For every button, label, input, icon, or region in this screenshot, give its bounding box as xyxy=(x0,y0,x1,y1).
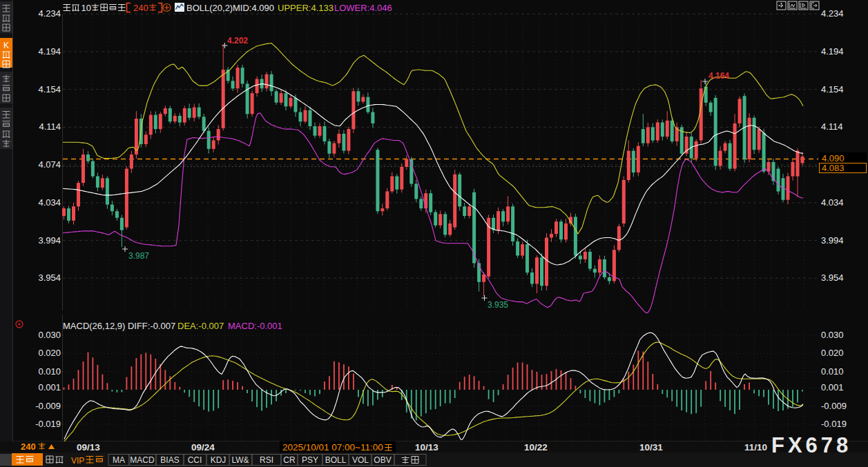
svg-text:0.001: 0.001 xyxy=(821,382,844,393)
svg-text:VOL: VOL xyxy=(352,455,369,465)
svg-text:4.154: 4.154 xyxy=(821,84,844,95)
svg-text:CCI: CCI xyxy=(188,455,202,465)
svg-text:4.114: 4.114 xyxy=(39,121,61,132)
svg-text:K: K xyxy=(3,41,9,50)
svg-text:0.020: 0.020 xyxy=(821,348,844,358)
svg-text:0.001: 0.001 xyxy=(38,382,61,393)
svg-text:3.935: 3.935 xyxy=(488,300,508,310)
svg-text:4.234: 4.234 xyxy=(821,8,844,19)
svg-text:4.234: 4.234 xyxy=(38,8,61,19)
svg-text:4.194: 4.194 xyxy=(821,46,844,57)
svg-text:10/22: 10/22 xyxy=(524,442,548,453)
svg-text:MACD(26,12,9) DIFF:-0.007: MACD(26,12,9) DIFF:-0.007 xyxy=(63,321,175,331)
svg-text:4.034: 4.034 xyxy=(821,197,844,208)
svg-text:2025/10/01 07:00~11:00: 2025/10/01 07:00~11:00 xyxy=(282,442,383,453)
svg-text:-0.019: -0.019 xyxy=(821,419,847,429)
svg-text:10: 10 xyxy=(81,3,91,13)
svg-text:MID:4.090: MID:4.090 xyxy=(233,3,274,13)
svg-text:4.074: 4.074 xyxy=(38,159,61,170)
svg-text:3.954: 3.954 xyxy=(38,272,61,283)
svg-text:3.987: 3.987 xyxy=(128,251,149,261)
svg-text:10/13: 10/13 xyxy=(415,442,438,453)
svg-text:MACD: MACD xyxy=(130,455,155,465)
svg-text:3.994: 3.994 xyxy=(821,235,844,246)
svg-text:240: 240 xyxy=(21,441,36,452)
svg-text:CR: CR xyxy=(283,455,296,465)
svg-text:4.114: 4.114 xyxy=(821,121,843,132)
svg-text:3.994: 3.994 xyxy=(38,235,61,246)
svg-text:4.164: 4.164 xyxy=(708,71,729,81)
svg-text:4.154: 4.154 xyxy=(38,84,61,95)
svg-text:10/31: 10/31 xyxy=(639,442,663,453)
svg-text:240: 240 xyxy=(133,3,148,13)
svg-text:PSY: PSY xyxy=(302,455,318,465)
svg-text:KDJ: KDJ xyxy=(211,455,226,465)
svg-text:LW&: LW& xyxy=(231,455,249,465)
svg-text:-0.009: -0.009 xyxy=(821,401,847,411)
svg-text:09/24: 09/24 xyxy=(191,442,215,453)
svg-text:-0.019: -0.019 xyxy=(35,419,61,429)
svg-text:0.010: 0.010 xyxy=(38,366,61,377)
svg-text:BOLL: BOLL xyxy=(325,455,347,465)
svg-text:4.034: 4.034 xyxy=(38,197,61,208)
svg-text:0.020: 0.020 xyxy=(38,348,61,358)
svg-text:0.030: 0.030 xyxy=(38,330,61,340)
svg-text:LOWER:4.046: LOWER:4.046 xyxy=(334,3,392,13)
svg-text:RSI: RSI xyxy=(260,455,273,465)
svg-text:4.202: 4.202 xyxy=(227,36,248,46)
svg-text:DEA:-0.007: DEA:-0.007 xyxy=(177,321,224,331)
svg-text:BIAS: BIAS xyxy=(160,455,179,465)
svg-text:OBV: OBV xyxy=(374,455,391,465)
svg-text:4.090: 4.090 xyxy=(822,153,845,163)
svg-text:4.194: 4.194 xyxy=(38,46,61,57)
svg-text:11/10: 11/10 xyxy=(744,442,767,453)
svg-text:-0.009: -0.009 xyxy=(35,401,61,411)
svg-text:3.954: 3.954 xyxy=(821,272,844,283)
svg-text:0.010: 0.010 xyxy=(821,366,844,377)
svg-text:09/13: 09/13 xyxy=(77,442,100,453)
svg-text:MACD:-0.001: MACD:-0.001 xyxy=(228,321,282,331)
svg-text:MA: MA xyxy=(113,455,125,465)
svg-text:BOLL(20,2): BOLL(20,2) xyxy=(186,3,233,13)
svg-text:4.083: 4.083 xyxy=(822,163,845,173)
svg-text:0.030: 0.030 xyxy=(821,330,844,340)
svg-text:UPPER:4.133: UPPER:4.133 xyxy=(278,3,334,13)
svg-text:VIP: VIP xyxy=(71,456,84,466)
